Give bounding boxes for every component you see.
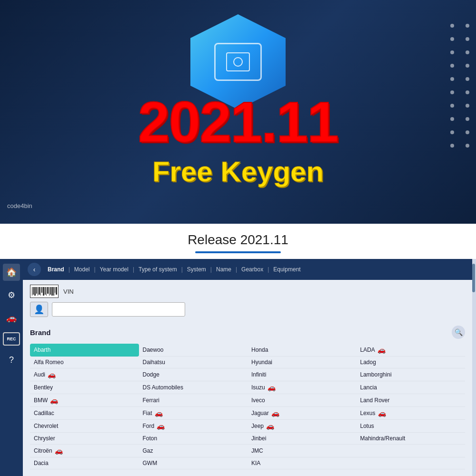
sidebar-bottom: REC ? — [3, 332, 20, 373]
vin-label: VIN — [63, 288, 74, 295]
tab-name[interactable]: Name — [214, 265, 233, 274]
brand-jaguar[interactable]: Jaguar 🚗 — [248, 407, 357, 420]
watermark: code4bin — [7, 202, 32, 209]
tab-system[interactable]: System — [185, 265, 208, 274]
brand-gwm[interactable]: GWM — [139, 457, 248, 469]
brand-abarth[interactable]: Abarth — [30, 344, 139, 357]
input-area: VIN 👤 — [23, 280, 472, 322]
tab-brand[interactable]: Brand — [46, 265, 66, 274]
brand-hyundai[interactable]: Hyundai — [248, 357, 357, 368]
user-input-field[interactable] — [52, 302, 185, 317]
brand-ferrari[interactable]: Ferrari — [139, 394, 248, 407]
brand-foton[interactable]: Foton — [139, 433, 248, 445]
brand-citroen[interactable]: Citroën 🚗 — [30, 445, 139, 457]
sidebar-car-icon[interactable]: 🚗 — [3, 309, 20, 327]
brand-land-rover[interactable]: Land Rover — [357, 394, 466, 407]
brand-ladog[interactable]: Ladog — [357, 357, 466, 368]
sidebar: 🏠 ⚙ 🚗 REC ? — [0, 259, 23, 476]
tab-type-of-system[interactable]: Type of system — [137, 265, 179, 274]
tab-equipment[interactable]: Equipment — [271, 265, 302, 274]
version-number: 2021.11 — [138, 93, 338, 150]
release-bar: Release 2021.11 — [0, 224, 476, 259]
main-content: ‹ Brand | Model | Year model | Type of s… — [23, 259, 472, 476]
brand-gaz[interactable]: Gaz — [139, 445, 248, 457]
brand-iveco[interactable]: Iveco — [248, 394, 357, 407]
brand-cadillac[interactable]: Cadillac — [30, 407, 139, 420]
brand-lexus[interactable]: Lexus 🚗 — [357, 407, 466, 420]
sidebar-help-icon[interactable]: ? — [3, 351, 20, 368]
brand-jinbei[interactable]: Jinbei — [248, 433, 357, 445]
brand-chevrolet[interactable]: Chevrolet — [30, 420, 139, 433]
sidebar-home-icon[interactable]: 🏠 — [3, 264, 20, 281]
hero-section: 2021.11 Free Keygen code4bin — [0, 0, 476, 224]
app-container: 🏠 ⚙ 🚗 REC ? ‹ Brand | Model | Year model… — [0, 259, 476, 476]
app-inner: 🏠 ⚙ 🚗 REC ? ‹ Brand | Model | Year model… — [0, 259, 476, 476]
rec-button[interactable]: REC — [3, 332, 20, 346]
nav-tabs: ‹ Brand | Model | Year model | Type of s… — [23, 259, 472, 280]
brand-kia[interactable]: KIA — [248, 457, 357, 469]
keygen-label: Free Keygen — [152, 155, 324, 188]
right-scrollbar[interactable] — [472, 259, 476, 476]
dot-decoration — [450, 24, 471, 148]
release-underline — [195, 251, 281, 253]
brand-isuzu[interactable]: Isuzu 🚗 — [248, 381, 357, 394]
barcode-icon — [30, 285, 59, 298]
brand-dodge[interactable]: Dodge — [139, 368, 248, 381]
scrollbar-thumb[interactable] — [472, 264, 475, 292]
brand-infiniti[interactable]: Infiniti — [248, 368, 357, 381]
brand-jeep[interactable]: Jeep 🚗 — [248, 420, 357, 433]
brand-chrysler[interactable]: Chrysler — [30, 433, 139, 445]
release-title: Release 2021.11 — [10, 232, 466, 248]
brand-ds-automobiles[interactable]: DS Automobiles — [139, 381, 248, 394]
brand-empty1 — [357, 445, 466, 457]
brand-section: Brand 🔍 Abarth Daewoo Honda LADA 🚗 Alfa … — [23, 322, 472, 476]
brand-audi[interactable]: Audi 🚗 — [30, 368, 139, 381]
brand-search-button[interactable]: 🔍 — [452, 326, 465, 339]
user-input-row: 👤 — [30, 302, 465, 317]
brand-lotus[interactable]: Lotus — [357, 420, 466, 433]
back-button[interactable]: ‹ — [28, 263, 41, 276]
tab-year-model[interactable]: Year model — [98, 265, 130, 274]
brand-ford[interactable]: Ford 🚗 — [139, 420, 248, 433]
brand-empty2 — [357, 457, 466, 469]
tab-gearbox[interactable]: Gearbox — [239, 265, 265, 274]
brand-daewoo[interactable]: Daewoo — [139, 344, 248, 357]
brand-daihatsu[interactable]: Daihatsu — [139, 357, 248, 368]
brand-dacia[interactable]: Dacia — [30, 457, 139, 469]
brand-jmc[interactable]: JMC — [248, 445, 357, 457]
brand-lamborghini[interactable]: Lamborghini — [357, 368, 466, 381]
brand-lancia[interactable]: Lancia — [357, 381, 466, 394]
brand-bmw[interactable]: BMW 🚗 — [30, 394, 139, 407]
brand-grid: Abarth Daewoo Honda LADA 🚗 Alfa Romeo Da… — [30, 344, 465, 469]
user-icon: 👤 — [30, 302, 48, 317]
vin-row: VIN — [30, 285, 465, 298]
brand-mahindra[interactable]: Mahindra/Renault — [357, 433, 466, 445]
tab-model[interactable]: Model — [72, 265, 92, 274]
brand-alfa-romeo[interactable]: Alfa Romeo — [30, 357, 139, 368]
brand-title: Brand — [30, 328, 50, 337]
brand-honda[interactable]: Honda — [248, 344, 357, 357]
brand-fiat[interactable]: Fiat 🚗 — [139, 407, 248, 420]
brand-lada[interactable]: LADA 🚗 — [357, 344, 466, 357]
brand-bentley[interactable]: Bentley — [30, 381, 139, 394]
sidebar-settings-icon[interactable]: ⚙ — [3, 287, 20, 304]
brand-header: Brand 🔍 — [30, 326, 465, 339]
